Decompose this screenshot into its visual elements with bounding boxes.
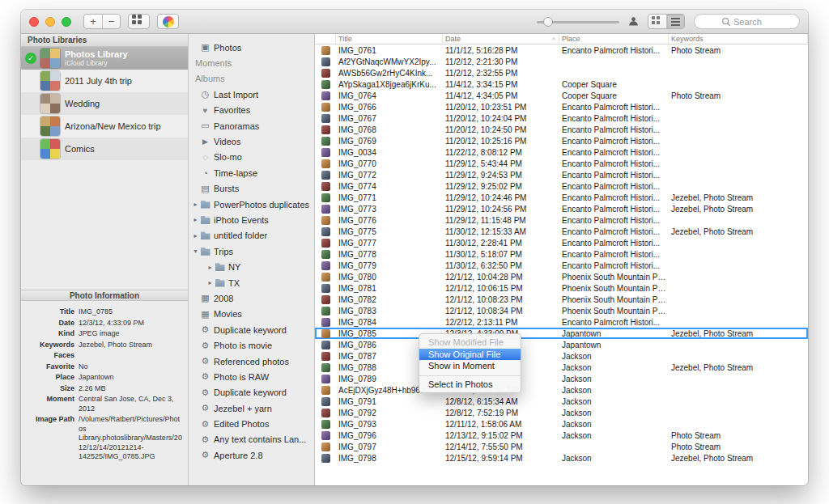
albums-item[interactable]: Panoramas xyxy=(189,118,314,133)
albums-item[interactable]: Photo is RAW xyxy=(189,369,314,384)
table-row[interactable]: IMG_0761 11/1/12, 5:16:28 PM Encanto Pal… xyxy=(315,44,808,56)
view-grid-segment[interactable] xyxy=(648,15,666,28)
table-row[interactable]: IMG_0775 11/30/12, 12:15:33 AM Encanto P… xyxy=(315,226,808,237)
albums-item[interactable]: Movies xyxy=(189,307,314,322)
albums-item[interactable]: TX xyxy=(189,275,314,290)
table-row[interactable]: IMG_0792 12/8/12, 7:52:19 PM Jackson xyxy=(315,407,808,418)
albums-item[interactable]: Any text contains Lan... xyxy=(189,432,314,447)
table-row[interactable]: IMG_0777 11/30/12, 2:28:41 PM Encanto Pa… xyxy=(315,237,808,248)
table-row[interactable]: IMG_0769 11/20/12, 10:25:16 PM Encanto P… xyxy=(315,135,808,146)
albums-item[interactable]: Jezebel + yarn xyxy=(189,400,314,416)
context-menu-item[interactable]: Select in Photos xyxy=(419,379,521,391)
library-item[interactable]: Photos Library iCloud Library xyxy=(21,47,188,70)
close-button[interactable] xyxy=(29,17,39,27)
view-list-segment[interactable] xyxy=(666,15,684,28)
library-item[interactable]: 2011 July 4th trip xyxy=(21,70,188,92)
photos-app-button[interactable] xyxy=(157,14,179,29)
table-row[interactable]: IMG_0778 11/30/12, 5:18:07 PM Encanto Pa… xyxy=(315,248,808,260)
context-menu-item[interactable]: Show in Moment xyxy=(419,360,521,372)
table-row[interactable]: IMG_0779 11/30/12, 6:32:50 PM Encanto Pa… xyxy=(315,260,808,271)
add-library-button[interactable]: + xyxy=(84,15,102,28)
table-row[interactable]: IMG_0773 11/29/12, 10:24:56 PM Encanto P… xyxy=(315,203,808,214)
table-row[interactable]: IMG_0789 Jackson xyxy=(315,373,808,384)
albums-item[interactable]: Photo is movie xyxy=(189,337,314,353)
table-row[interactable]: IMG_0786 Japantown xyxy=(315,339,808,350)
table-row[interactable]: IMG_0764 11/4/12, 4:34:05 PM Cooper Squa… xyxy=(315,90,808,101)
albums-item[interactable]: Trips xyxy=(189,244,314,259)
table-row[interactable]: AcEjDXjGyz48H+hb96vu... 12/8/12, 5:58:10… xyxy=(315,384,808,396)
albums-item[interactable]: Duplicate keyword xyxy=(189,322,314,337)
library-item[interactable]: Wedding xyxy=(21,92,188,115)
cell-title: IMG_0783 xyxy=(336,307,443,316)
table-row[interactable]: IMG_0785 12/3/12, 4:33:09 PM Japantown J… xyxy=(315,328,808,339)
albums-item[interactable]: Aperture 2.8 xyxy=(189,447,314,463)
table-row[interactable]: IMG_0798 12/15/12, 9:59:14 PM Jackson Je… xyxy=(315,452,808,464)
albums-item[interactable]: Time-lapse xyxy=(189,165,314,180)
search-input[interactable] xyxy=(733,17,772,27)
table-row[interactable]: IMG_0780 12/1/12, 10:04:28 PM Phoenix So… xyxy=(315,271,808,282)
disclosure-triangle-icon[interactable] xyxy=(206,264,214,271)
albums-item[interactable]: Last Import xyxy=(189,87,314,102)
table-row[interactable]: IMG_0768 11/20/12, 10:24:50 PM Encanto P… xyxy=(315,124,808,135)
context-menu-item[interactable]: Show Modified File xyxy=(419,337,521,349)
table-row[interactable]: IMG_0797 12/14/12, 7:55:50 PM Photo Stre… xyxy=(315,441,808,452)
table-row[interactable]: IMG_0771 11/29/12, 10:24:46 PM Encanto P… xyxy=(315,192,808,203)
albums-item[interactable]: Edited Photos xyxy=(189,416,314,431)
albums-item[interactable]: Favorites xyxy=(189,103,314,118)
disclosure-triangle-icon[interactable] xyxy=(192,216,199,223)
albums-item[interactable]: Bursts xyxy=(189,181,314,197)
disclosure-triangle-icon[interactable] xyxy=(192,201,199,208)
albums-item[interactable]: Albums xyxy=(189,71,314,87)
cell-date: 11/29/12, 11:15:48 PM xyxy=(443,216,559,225)
thumbnail-size-slider[interactable] xyxy=(537,16,619,28)
zoom-button[interactable] xyxy=(62,17,71,27)
thumbnail-column-header[interactable] xyxy=(315,34,336,44)
date-column-header[interactable]: Date ^ xyxy=(443,34,559,44)
albums-item[interactable]: untitled folder xyxy=(189,228,314,244)
table-row[interactable]: IMG_0787 Jackson xyxy=(315,350,808,362)
table-row[interactable]: IMG_0783 12/1/12, 10:08:34 PM Phoenix So… xyxy=(315,305,808,316)
albums-item[interactable]: 2008 xyxy=(189,290,314,306)
table-row[interactable]: AYpSkaga1X8jgea6jKrKu... 11/4/12, 3:34:1… xyxy=(315,78,808,90)
table-row[interactable]: IMG_0781 12/1/12, 10:06:15 PM Phoenix So… xyxy=(315,282,808,294)
disclosure-triangle-icon[interactable] xyxy=(192,248,199,255)
library-item[interactable]: Arizona/New Mexico trip xyxy=(21,115,188,138)
table-row[interactable]: IMG_0782 12/1/12, 10:08:23 PM Phoenix So… xyxy=(315,294,808,305)
context-menu-item[interactable]: Show Original File xyxy=(419,349,521,361)
albums-item[interactable]: Duplicate keyword xyxy=(189,385,314,400)
faces-button[interactable] xyxy=(628,16,639,27)
table-row[interactable]: IMG_0767 11/20/12, 10:24:04 PM Encanto P… xyxy=(315,112,808,124)
table-row[interactable]: IMG_0796 12/13/12, 9:15:02 PM Jackson Ph… xyxy=(315,430,808,441)
albums-item[interactable]: Moments xyxy=(189,55,314,70)
table-row[interactable]: IMG_0766 11/20/12, 10:23:51 PM Encanto P… xyxy=(315,101,808,112)
table-row[interactable]: IMG_0034 11/22/12, 8:08:12 PM Encanto Pa… xyxy=(315,146,808,158)
search-field[interactable] xyxy=(694,14,800,29)
table-row[interactable]: IMG_0770 11/29/12, 5:43:44 PM Encanto Pa… xyxy=(315,158,808,169)
albums-item[interactable]: NY xyxy=(189,259,314,274)
albums-item[interactable]: Slo-mo xyxy=(189,150,314,165)
minimize-button[interactable] xyxy=(45,17,55,27)
place-column-header[interactable]: Place xyxy=(559,34,669,44)
slider-thumb[interactable] xyxy=(543,17,553,27)
table-row[interactable]: IMG_0776 11/29/12, 11:15:48 PM Encanto P… xyxy=(315,214,808,226)
grid-view-button[interactable] xyxy=(128,14,150,29)
table-row[interactable]: IMG_0772 11/29/12, 9:24:53 PM Encanto Pa… xyxy=(315,169,808,180)
albums-item[interactable]: Referenced photos xyxy=(189,354,314,369)
table-row[interactable]: IMG_0791 12/8/12, 6:15:34 AM Jackson xyxy=(315,396,808,407)
albums-item[interactable]: Photos xyxy=(189,40,314,55)
table-row[interactable]: Af2YGtNaqcWMwYX2Ipy... 11/2/12, 2:21:30 … xyxy=(315,56,808,67)
title-column-header[interactable]: Title xyxy=(336,34,443,44)
table-row[interactable]: AWSb56Gw2rHyC4KInk... 11/2/12, 2:32:55 P… xyxy=(315,67,808,78)
library-item[interactable]: Comics xyxy=(21,138,188,160)
keywords-column-header[interactable]: Keywords xyxy=(669,34,808,44)
table-row[interactable]: IMG_0784 12/2/12, 2:13:11 PM Encanto Pal… xyxy=(315,316,808,328)
disclosure-triangle-icon[interactable] xyxy=(206,279,214,286)
albums-item[interactable]: PowerPhotos duplicates xyxy=(189,197,314,212)
disclosure-triangle-icon[interactable] xyxy=(192,232,199,239)
albums-item[interactable]: Videos xyxy=(189,133,314,149)
table-row[interactable]: IMG_0793 12/11/12, 1:58:06 AM Jackson xyxy=(315,418,808,430)
table-row[interactable]: IMG_0788 Jackson Jezebel, Photo Stream xyxy=(315,362,808,373)
table-row[interactable]: IMG_0774 11/29/12, 9:25:02 PM Encanto Pa… xyxy=(315,180,808,192)
remove-library-button[interactable]: − xyxy=(102,15,120,28)
albums-item[interactable]: iPhoto Events xyxy=(189,212,314,227)
